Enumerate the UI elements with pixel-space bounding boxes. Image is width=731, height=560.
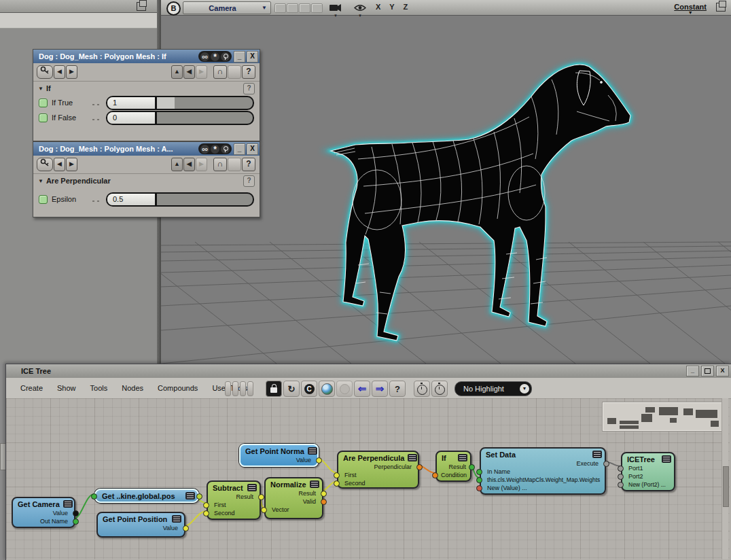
highlight-dropdown[interactable]: No Highlight ▼: [454, 381, 532, 396]
node-menu-icon[interactable]: [185, 492, 195, 500]
port-reference[interactable]: [476, 477, 482, 483]
node-normalize[interactable]: Normalize Result Valid Vector: [264, 477, 323, 519]
minimize-button[interactable]: _: [234, 143, 245, 155]
prev-button[interactable]: ◀: [54, 158, 65, 171]
memo-cam-3[interactable]: [299, 3, 310, 13]
port-second[interactable]: [334, 480, 340, 487]
node-menu-icon[interactable]: [63, 500, 73, 508]
viewport-resize-icon[interactable]: [716, 3, 726, 12]
port-in[interactable]: [91, 493, 97, 500]
port-port2[interactable]: [618, 474, 624, 480]
graph-minimap[interactable]: [603, 402, 724, 431]
memo-cam-4[interactable]: [311, 3, 323, 13]
toolbar-grip[interactable]: [225, 381, 255, 396]
node-are-perpendicular[interactable]: Are Perpendicula Perpendicular First Sec…: [337, 451, 419, 489]
node-subtract[interactable]: Subtract Result First Second: [207, 480, 261, 520]
node-get-camera[interactable]: Get Camera Value Out Name: [12, 497, 75, 528]
node-if[interactable]: If Result Condition: [435, 451, 471, 482]
menu-compounds[interactable]: Compounds: [158, 384, 198, 392]
section-help-button[interactable]: ?: [243, 83, 255, 94]
timer-button[interactable]: [414, 381, 430, 397]
node-get-kine-global-pos[interactable]: Get ..kine.global.pos: [94, 489, 199, 503]
lock-icon[interactable]: [221, 52, 230, 61]
lock-icon[interactable]: [221, 145, 230, 154]
connection-icon[interactable]: [39, 99, 48, 107]
parent-up-button[interactable]: ▲: [171, 158, 183, 171]
close-button[interactable]: X: [247, 51, 258, 63]
panel-restore-icon[interactable]: [137, 2, 146, 11]
node-menu-icon[interactable]: [172, 515, 181, 523]
port-result[interactable]: [469, 464, 475, 470]
scrollbar-thumb[interactable]: [723, 466, 729, 507]
node-get-point-normal[interactable]: Get Point Norma Value: [239, 444, 319, 467]
pane-letter-button[interactable]: B: [166, 1, 181, 16]
glasses-icon[interactable]: oo: [200, 145, 209, 154]
section-help-button[interactable]: ?: [243, 175, 255, 187]
node-menu-icon[interactable]: [662, 455, 671, 463]
slider-handle[interactable]: [155, 112, 157, 124]
display-mode-menu[interactable]: Constant ▼: [674, 3, 707, 14]
next-button[interactable]: ▶: [66, 158, 77, 171]
node-menu-icon[interactable]: [408, 454, 417, 461]
port-in-name[interactable]: [476, 469, 482, 475]
node-icetree[interactable]: ICETree Port1 Port2 New (Port2) ...: [621, 452, 675, 491]
menu-nodes[interactable]: Nodes: [122, 384, 143, 392]
glasses-icon[interactable]: oo: [200, 52, 209, 61]
ice-graph-canvas[interactable]: Get Camera Value Out Name Get ..kine.glo…: [6, 398, 730, 559]
epsilon-value[interactable]: 0.5: [107, 194, 155, 205]
port-value[interactable]: [73, 510, 79, 517]
nav-back-button[interactable]: ◀: [183, 65, 195, 79]
port-valid[interactable]: [321, 499, 327, 505]
nav-back-button[interactable]: ⇐: [354, 381, 370, 397]
axis-z-toggle[interactable]: Z: [404, 3, 410, 11]
camera-icon[interactable]: ▼: [329, 2, 342, 17]
port-first[interactable]: [203, 502, 209, 508]
port-value[interactable]: [183, 525, 189, 531]
live-update-button[interactable]: C: [301, 381, 317, 397]
help-button[interactable]: ?: [242, 158, 255, 171]
next-button[interactable]: ▶: [66, 65, 77, 79]
canvas-vertical-scrollbar[interactable]: [721, 398, 728, 559]
prev-button[interactable]: ◀: [54, 65, 65, 79]
keyframe-icon[interactable]: [37, 158, 53, 171]
port-value[interactable]: [316, 457, 322, 463]
port-execute[interactable]: [603, 461, 609, 467]
menu-show[interactable]: Show: [57, 384, 76, 392]
axis-x-toggle[interactable]: X: [376, 3, 382, 11]
keyframe-icon[interactable]: [37, 65, 53, 79]
left-panel-titlebar[interactable]: [0, 0, 157, 13]
magnet-icon[interactable]: ∩: [213, 65, 227, 79]
axis-y-toggle[interactable]: Y: [389, 3, 395, 11]
update-icon[interactable]: [228, 65, 241, 79]
port-condition[interactable]: [432, 472, 438, 478]
node-menu-icon[interactable]: [310, 480, 319, 488]
ppg-if-titlebar[interactable]: Dog : Dog_Mesh : Polygon Mesh : If oo * …: [33, 50, 260, 63]
minimize-button[interactable]: _: [686, 366, 699, 377]
connection-icon[interactable]: [39, 113, 48, 122]
section-header-are-perpendicular[interactable]: ▼ Are Perpendicular ?: [33, 174, 260, 188]
slider-handle[interactable]: [155, 194, 157, 205]
node-get-point-position[interactable]: Get Point Position Value: [96, 512, 185, 538]
ice-tree-titlebar[interactable]: ICE Tree _ X: [6, 364, 731, 379]
camera-view-menu[interactable]: Camera ▼: [183, 1, 271, 14]
port-result[interactable]: [321, 491, 327, 497]
eye-icon[interactable]: ▼: [354, 2, 366, 17]
close-button[interactable]: X: [247, 143, 258, 155]
node-menu-icon[interactable]: [308, 447, 317, 455]
memo-cam-2[interactable]: [287, 3, 298, 13]
connection-icon[interactable]: [39, 195, 48, 204]
if-false-slider[interactable]: 0: [106, 111, 254, 125]
refresh-button[interactable]: ↻: [283, 381, 300, 397]
port-first[interactable]: [334, 472, 340, 478]
node-menu-icon[interactable]: [247, 484, 257, 491]
menu-tools[interactable]: Tools: [90, 384, 108, 392]
help-button[interactable]: ?: [389, 381, 406, 397]
port-out-name[interactable]: [73, 519, 79, 525]
minimize-button[interactable]: _: [234, 51, 245, 63]
maximize-button[interactable]: [701, 366, 714, 377]
if-true-slider[interactable]: 1: [106, 96, 254, 110]
section-header-if[interactable]: ▼ If ?: [33, 82, 260, 95]
help-button[interactable]: ?: [242, 65, 255, 79]
close-button[interactable]: X: [716, 366, 729, 377]
nav-forward-button[interactable]: ⇒: [372, 381, 388, 397]
